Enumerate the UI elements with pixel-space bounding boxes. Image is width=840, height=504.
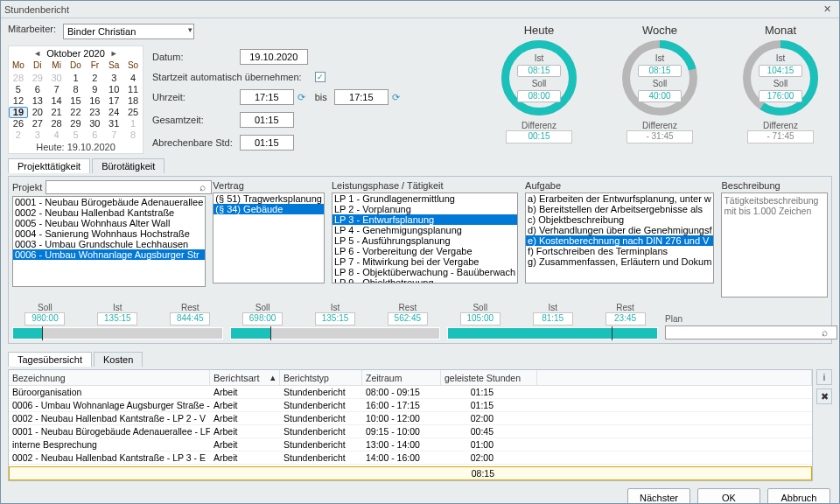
calendar-day[interactable]: 1	[66, 73, 86, 84]
calendar-day[interactable]: 10	[104, 84, 123, 95]
list-item[interactable]: LP 4 - Genehmigungsplanung	[332, 225, 517, 235]
calendar-next-icon[interactable]: ►	[108, 49, 120, 58]
calendar-day[interactable]: 19	[9, 107, 28, 118]
search-icon[interactable]: ⌕	[822, 326, 828, 340]
calendar-day[interactable]: 2	[85, 73, 104, 84]
tab-buero[interactable]: Bürotätigkeit	[92, 158, 164, 173]
time-to-input[interactable]	[334, 89, 388, 105]
ok-button[interactable]: OK	[697, 488, 760, 503]
refresh-icon[interactable]: ⟳	[392, 92, 400, 103]
calendar-day[interactable]: 4	[123, 73, 143, 84]
calendar-day[interactable]: 25	[123, 107, 143, 118]
search-icon[interactable]: ⌕	[200, 181, 206, 193]
list-vertrag[interactable]: (§ 51) Tragwerksplanung(§ 34) Gebäude	[213, 192, 325, 284]
list-item[interactable]: (§ 51) Tragwerksplanung	[214, 193, 324, 204]
list-item[interactable]: g) Zusammenfassen, Erläutern und Dokum	[526, 256, 713, 267]
list-phase[interactable]: LP 1 - GrundlagenermittlungLP 2 - Vorpla…	[332, 192, 518, 284]
calendar-day[interactable]: 16	[85, 95, 104, 107]
tab-projekt[interactable]: Projekttätigkeit	[8, 158, 90, 173]
calendar-day[interactable]: 3	[28, 130, 47, 141]
calendar-day[interactable]: 14	[47, 95, 66, 107]
total-time-input[interactable]	[240, 112, 294, 128]
list-item[interactable]: (§ 34) Gebäude	[214, 204, 324, 214]
table-row[interactable]: BüroorganisationArbeitStundenbericht08:0…	[9, 386, 812, 399]
list-item[interactable]: LP 3 - Entwurfsplanung	[332, 214, 517, 225]
list-item[interactable]: c) Objektbeschreibung	[526, 214, 713, 225]
close-icon[interactable]: ✕	[818, 4, 836, 15]
calendar-day[interactable]: 8	[123, 130, 143, 141]
calendar-day[interactable]: 15	[66, 95, 86, 107]
auto-starttime-checkbox[interactable]: ✓	[315, 72, 326, 82]
calendar-day[interactable]: 24	[104, 107, 123, 118]
list-item[interactable]: 0004 - Sanierung Wohnhaus Hochstraße	[13, 228, 205, 239]
calendar-day[interactable]: 17	[104, 95, 123, 107]
calendar-day[interactable]: 28	[47, 118, 66, 130]
calendar-day[interactable]: 30	[47, 73, 66, 84]
calendar-day[interactable]: 5	[9, 84, 28, 95]
list-item[interactable]: f) Fortschreiben des Terminplans	[526, 246, 713, 256]
date-input[interactable]	[240, 49, 308, 65]
calendar-day[interactable]: 13	[28, 95, 47, 107]
list-item[interactable]: 0003 - Umbau Grundschule Lechhausen	[13, 239, 205, 249]
calendar-day[interactable]: 20	[28, 107, 47, 118]
billable-input[interactable]	[240, 135, 294, 150]
list-aufgabe[interactable]: a) Erarbeiten der Entwurfsplanung, unter…	[525, 192, 714, 284]
list-item[interactable]: 0005 - Neubau Wohnhaus Alter Wall	[13, 218, 205, 228]
employee-input[interactable]	[63, 24, 194, 39]
chevron-down-icon[interactable]: ▾	[188, 25, 192, 34]
calendar-day[interactable]: 29	[66, 118, 86, 130]
calendar-day[interactable]: 5	[66, 130, 86, 141]
list-item[interactable]: LP 7 - Mitwirkung bei der Vergabe	[332, 256, 517, 267]
list-item[interactable]: 0006 - Umbau Wohnanlage Augsburger Str	[13, 249, 205, 260]
table-row[interactable]: 0001 - Neubau Bürogebäude Adenauerallee …	[9, 425, 812, 438]
list-projekt[interactable]: 0001 - Neubau Bürogebäude Adenauerallee0…	[12, 196, 206, 287]
table-row[interactable]: 0002 - Neubau Hallenbad Kantstraße - LP …	[9, 452, 812, 465]
list-item[interactable]: b) Bereitstellen der Arbeitsergebnisse a…	[526, 204, 713, 214]
list-item[interactable]: d) Verhandlungen über die Genehmigungsf	[526, 225, 713, 235]
sort-icon[interactable]: ▴	[270, 372, 276, 383]
info-button[interactable]: i	[816, 369, 832, 385]
calendar-day[interactable]: 23	[85, 107, 104, 118]
calendar-day[interactable]: 31	[104, 118, 123, 130]
calendar-day[interactable]: 4	[47, 130, 66, 141]
list-item[interactable]: LP 1 - Grundlagenermittlung	[332, 193, 517, 204]
tab-kosten[interactable]: Kosten	[94, 352, 143, 367]
calendar-day[interactable]: 3	[104, 73, 123, 84]
list-item[interactable]: 0001 - Neubau Bürogebäude Adenauerallee	[13, 197, 205, 207]
table-row[interactable]: 0006 - Umbau Wohnanlage Augsburger Straß…	[9, 399, 812, 412]
list-item[interactable]: LP 2 - Vorplanung	[332, 204, 517, 214]
list-item[interactable]: a) Erarbeiten der Entwurfsplanung, unter…	[526, 193, 713, 204]
plan-search[interactable]	[665, 326, 837, 340]
calendar-day[interactable]: 28	[9, 73, 28, 84]
list-item[interactable]: LP 9 - Objektbetreuung	[332, 277, 517, 284]
calendar-day[interactable]: 8	[66, 84, 86, 95]
list-item[interactable]: LP 5 - Ausführungsplanung	[332, 235, 517, 246]
calendar-day[interactable]: 18	[123, 95, 143, 107]
calendar-day[interactable]: 6	[85, 130, 104, 141]
next-button[interactable]: Nächster	[627, 488, 690, 503]
cancel-button[interactable]: Abbruch	[767, 488, 830, 503]
calendar-day[interactable]: 30	[85, 118, 104, 130]
calendar-day[interactable]: 12	[9, 95, 28, 107]
time-from-input[interactable]	[240, 89, 294, 105]
delete-button[interactable]: ✖	[816, 388, 832, 404]
calendar[interactable]: ◄ Oktober 2020 ► MoDiMiDoFrSaSo 28293012…	[8, 46, 144, 154]
table-row[interactable]: 0002 - Neubau Hallenbad Kantstraße - LP …	[9, 412, 812, 425]
calendar-day[interactable]: 1	[123, 118, 143, 130]
list-item[interactable]: 0002 - Neubau Hallenbad Kantstraße	[13, 207, 205, 218]
list-item[interactable]: LP 8 - Objektüberwachung - Bauüberwach	[332, 267, 517, 277]
calendar-today[interactable]: Heute: 19.10.2020	[9, 141, 143, 153]
refresh-icon[interactable]: ⟳	[298, 92, 305, 103]
list-item[interactable]: e) Kostenberechnung nach DIN 276 und V	[526, 235, 713, 246]
list-item[interactable]: LP 6 - Vorbereitung der Vergabe	[332, 246, 517, 256]
calendar-day[interactable]: 29	[28, 73, 47, 84]
tab-tages[interactable]: Tagesübersicht	[8, 352, 92, 367]
description-input[interactable]	[721, 192, 828, 298]
projekt-search[interactable]	[46, 180, 212, 194]
calendar-day[interactable]: 11	[123, 84, 143, 95]
calendar-day[interactable]: 26	[9, 118, 28, 130]
calendar-day[interactable]: 7	[47, 84, 66, 95]
calendar-day[interactable]: 2	[9, 130, 28, 141]
calendar-day[interactable]: 27	[28, 118, 47, 130]
calendar-day[interactable]: 7	[104, 130, 123, 141]
